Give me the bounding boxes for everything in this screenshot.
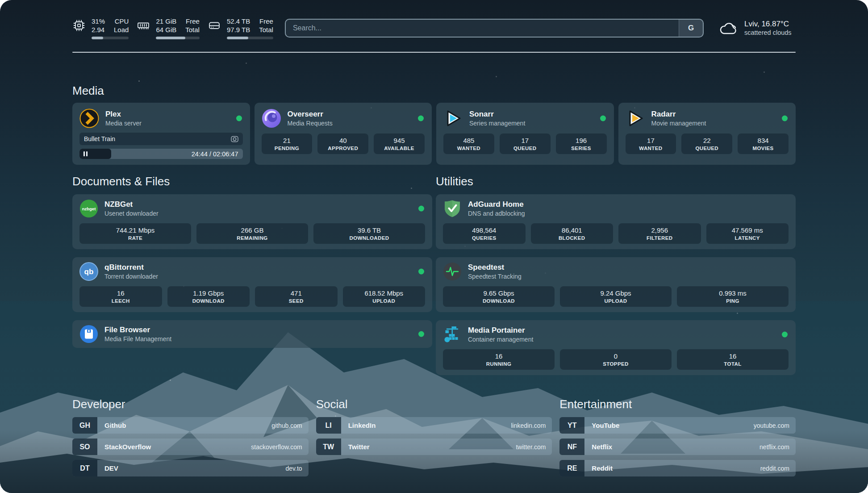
bookmark-reddit[interactable]: RE Reddit reddit.com (559, 460, 796, 476)
stat-value: 39.6 TB (358, 226, 381, 234)
stat-box: 47.569 ms LATENCY (706, 223, 789, 244)
stat-label: UPLOAD (605, 298, 627, 304)
service-card-speedtest[interactable]: Speedtest Speedtest Tracking 9.65 Gbps D… (436, 257, 796, 312)
search-provider-button[interactable]: G (679, 20, 703, 37)
service-name: Speedtest (468, 263, 522, 272)
cpu-percent: 31% (92, 17, 105, 25)
service-card-radarr[interactable]: Radarr Movie management 17 WANTED 22 QUE… (618, 103, 796, 165)
service-name: Plex (105, 109, 142, 119)
bookmark-abbr: LI (316, 417, 341, 434)
cpu-progress-fill (92, 37, 103, 39)
service-card-sonarr[interactable]: Sonarr Series management 485 WANTED 17 Q… (436, 103, 614, 165)
stat-value: 196 (576, 137, 587, 144)
service-card-nzbget[interactable]: nzbget NZBGet Usenet downloader 744.21 M… (72, 194, 432, 249)
bookmark-url: twitter.com (516, 439, 552, 455)
service-subtitle: Movie management (651, 119, 706, 128)
stat-value: 22 (703, 137, 711, 144)
service-name: Media Portainer (468, 326, 533, 335)
disk-total-label: Total (259, 25, 273, 34)
bookmark-stackoverflow[interactable]: SO StackOverflow stackoverflow.com (72, 439, 309, 455)
memory-free-label: Free (185, 17, 200, 25)
service-name: File Browser (104, 325, 171, 335)
playback-progress-bar[interactable]: 24:44 / 02:06:47 (79, 149, 243, 159)
stat-value: 40 (339, 137, 347, 144)
service-card-plex[interactable]: Plex Media server Bullet Train 24:44 / 0 (72, 103, 250, 165)
bookmark-name: StackOverflow (104, 439, 151, 455)
documents-column: Documents & Files nzbget NZBGet Usenet d… (72, 175, 432, 348)
service-card-filebrowser[interactable]: File Browser Media File Management (72, 320, 432, 348)
radarr-icon (626, 109, 645, 128)
service-card-portainer[interactable]: Media Portainer Container management 16 … (436, 320, 796, 375)
stat-value: 16 (117, 289, 125, 297)
bookmark-abbr: YT (559, 417, 584, 434)
disk-free-label: Free (259, 17, 273, 25)
hard-drive-icon (208, 19, 221, 32)
section-title-developer: Developer (72, 397, 309, 411)
cpu-icon (72, 19, 86, 32)
stat-value: 744.21 Mbps (116, 226, 155, 234)
bookmark-name: LinkedIn (348, 417, 376, 434)
section-title-media: Media (72, 84, 796, 97)
stat-value: 498,564 (472, 226, 496, 234)
stat-value: 9.65 Gbps (483, 289, 514, 297)
pause-button[interactable] (83, 151, 88, 156)
bookmark-name: Netflix (592, 439, 612, 455)
weather-widget: Lviv, 16.87°C scattered clouds (719, 19, 796, 37)
service-card-adguard[interactable]: AdGuard Home DNS and adblocking 498,564 … (436, 194, 796, 249)
stat-box: 22 QUEUED (681, 134, 732, 154)
bookmark-twitter[interactable]: TW Twitter twitter.com (316, 439, 552, 455)
bookmark-url: youtube.com (754, 417, 796, 434)
stat-value: 86,401 (562, 226, 582, 234)
topbar-divider (72, 52, 796, 53)
memory-free-value: 21 GiB (156, 17, 176, 25)
bookmark-abbr: TW (316, 439, 341, 455)
stat-box: 744.21 Mbps RATE (79, 223, 191, 244)
stat-label: RATE (128, 235, 142, 241)
memory-progress-track (156, 37, 200, 39)
service-card-qbittorrent[interactable]: qb qBittorrent Torrent downloader 16 LEE… (72, 257, 432, 312)
bookmark-netflix[interactable]: NF Netflix netflix.com (559, 439, 796, 455)
status-indicator (418, 116, 424, 121)
service-subtitle: Media Requests (288, 119, 333, 128)
bookmark-abbr: RE (559, 460, 584, 476)
stat-label: DOWNLOAD (192, 298, 225, 304)
service-card-overseerr[interactable]: Overseerr Media Requests 21 PENDING 40 A… (255, 103, 432, 165)
stat-value: 47.569 ms (732, 226, 763, 234)
stat-box: 39.6 TB DOWNLOADED (313, 223, 425, 244)
cpu-widget: 31% 2.94 CPU Load (72, 17, 129, 39)
disk-total-value: 97.9 TB (227, 25, 250, 34)
bookmark-abbr: SO (72, 439, 97, 455)
bookmark-dev[interactable]: DT DEV dev.to (72, 460, 309, 476)
search-bar: G (285, 19, 704, 38)
status-indicator (418, 206, 424, 212)
stat-label: RUNNING (486, 361, 511, 367)
stat-value: 618.52 Mbps (364, 289, 403, 297)
bookmark-github[interactable]: GH Github github.com (72, 417, 309, 434)
stat-value: 0 (614, 352, 618, 360)
stat-box: 17 QUEUED (500, 134, 551, 154)
stat-box: 2,956 FILTERED (618, 223, 701, 244)
bookmark-youtube[interactable]: YT YouTube youtube.com (559, 417, 796, 434)
bookmark-name: Reddit (592, 460, 613, 476)
stat-value: 471 (291, 289, 302, 297)
filebrowser-icon (79, 325, 98, 343)
section-title-social: Social (316, 397, 552, 411)
bookmarks-developer: Developer GH Github github.com SO StackO… (72, 397, 309, 481)
bookmark-linkedin[interactable]: LI LinkedIn linkedin.com (316, 417, 552, 434)
sonarr-icon (443, 109, 463, 128)
service-subtitle: Torrent downloader (104, 272, 158, 281)
playback-time: 24:44 / 02:06:47 (192, 150, 243, 158)
service-name: Overseerr (288, 109, 333, 119)
bookmarks-social: Social LI LinkedIn linkedin.com TW Twitt… (316, 397, 552, 481)
status-indicator (236, 116, 242, 121)
status-indicator (782, 332, 788, 338)
qbittorrent-icon: qb (79, 262, 98, 281)
stat-box: 9.24 Gbps UPLOAD (560, 286, 672, 307)
service-name: Sonarr (469, 109, 525, 119)
stat-label: PENDING (275, 145, 299, 151)
stat-box: 0 STOPPED (560, 349, 672, 370)
stat-value: 2,956 (651, 226, 668, 234)
search-input[interactable] (286, 20, 703, 37)
memory-widget: 21 GiB 64 GiB Free Total (137, 17, 200, 39)
cpu-progress-track (92, 37, 129, 39)
